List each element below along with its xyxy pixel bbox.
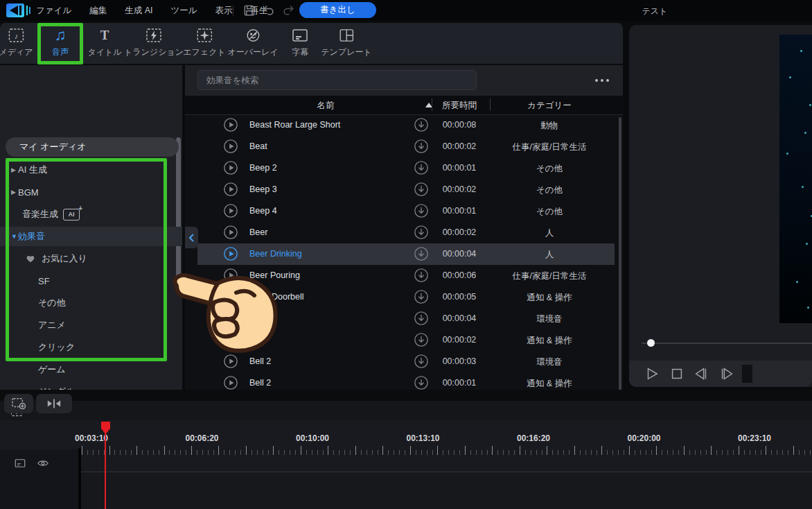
sidebar-item-4[interactable]: ▼効果音 (0, 227, 182, 246)
play-circle-icon[interactable] (223, 246, 238, 261)
template-icon (339, 27, 354, 44)
sidebar-item-7[interactable]: その他 (0, 293, 182, 313)
search-input[interactable] (197, 70, 477, 90)
download-circle-icon[interactable] (414, 311, 429, 326)
column-name[interactable]: 名前 (317, 100, 335, 112)
list-scrollbar[interactable] (619, 117, 621, 390)
tab-template[interactable]: テンプレート (321, 27, 371, 58)
audio-row-bell-doorbell[interactable]: Bell - Doorbell00:00:05通知 & 操作 (197, 286, 615, 308)
download-circle-icon[interactable] (414, 160, 429, 175)
sidebar-item-0[interactable]: マイ オーディオ (6, 137, 179, 157)
download-circle-icon[interactable] (414, 289, 429, 304)
play-circle-icon[interactable] (223, 354, 238, 369)
undo-button[interactable] (262, 3, 276, 17)
tab-audio[interactable]: ♫音声 (52, 27, 69, 58)
seek-slider[interactable] (642, 343, 812, 344)
play-circle-icon[interactable] (223, 117, 238, 132)
sidebar-item-2[interactable]: ▶BGM (0, 182, 182, 202)
sidebar-item-sf[interactable]: SF (0, 271, 182, 291)
tab-title[interactable]: Tタイトル (87, 27, 121, 58)
tab-transition[interactable]: トランジション (124, 27, 184, 58)
playhead-line[interactable] (105, 422, 106, 509)
play-circle-icon[interactable] (223, 182, 238, 197)
save-button[interactable] (242, 3, 256, 17)
seek-knob[interactable] (647, 339, 655, 347)
export-button[interactable]: 書き出し (299, 2, 376, 18)
menu-item-4[interactable]: ツール (170, 5, 197, 17)
audio-category: その他 (536, 184, 563, 196)
audio-duration: 00:00:01 (443, 378, 477, 388)
audio-row-beast-roar-large-short[interactable]: Beast Roar Large Short00:00:08動物 (197, 114, 615, 136)
timeline-ruler[interactable]: 00:03:1000:06:2000:10:0000:13:1000:16:20… (0, 420, 812, 472)
audio-row-beep-3[interactable]: Beep 300:00:02その他 (197, 179, 615, 200)
menu-item-3[interactable]: 生成 AI (125, 5, 152, 17)
download-circle-icon[interactable] (414, 203, 429, 218)
menu-item-2[interactable]: 編集 (89, 5, 107, 17)
redo-button[interactable] (281, 3, 295, 17)
play-circle-icon[interactable] (223, 289, 238, 304)
audio-row-beer[interactable]: Beer00:00:02人 (197, 222, 615, 243)
tab-subtitle[interactable]: 字幕 (292, 27, 308, 58)
split-button[interactable] (36, 394, 72, 413)
powerdirector-app: ファイル編集生成 AIツール表示再生 書き出し テスト ♪メディア♫音声Tタイト… (0, 0, 812, 509)
add-to-timeline-button[interactable] (4, 394, 33, 413)
timestamp-label: 00:03:10 (75, 433, 108, 443)
audio-row-hidden-9[interactable]: 00:00:04環境音 (197, 308, 615, 329)
sidebar-item-10[interactable]: ゲーム (0, 360, 182, 379)
sidebar-item-9[interactable]: クリック (0, 338, 182, 357)
star-particle (789, 76, 791, 78)
eye-icon[interactable] (37, 457, 49, 469)
audio-name: Beast Roar Large Short (249, 120, 340, 130)
step-back-button[interactable] (694, 366, 709, 381)
audio-row-beep-4[interactable]: Beep 400:00:01その他 (197, 200, 615, 222)
overlay-icon (245, 27, 261, 44)
sidebar-item-1[interactable]: ▶AI 生成 (0, 160, 182, 180)
subtitle-track-icon[interactable] (14, 457, 26, 469)
download-circle-icon[interactable] (414, 354, 429, 369)
more-options-button[interactable] (592, 74, 612, 87)
column-category[interactable]: カテゴリー (527, 100, 572, 112)
star-particle (809, 104, 811, 106)
audio-row-bell-2[interactable]: Bell 200:00:03環境音 (197, 351, 615, 372)
play-circle-icon[interactable] (223, 160, 238, 175)
column-duration[interactable]: 所要時間 (442, 100, 477, 112)
collapse-sidebar-button[interactable] (185, 227, 198, 248)
sidebar-item-3[interactable]: 音楽生成AI (0, 205, 182, 224)
sidebar-item-8[interactable]: アニメ (0, 316, 182, 335)
menu-item-5[interactable]: 表示 (215, 5, 233, 17)
download-circle-icon[interactable] (414, 332, 429, 347)
audio-row-hidden-10[interactable]: 00:00:02通知 & 操作 (197, 329, 615, 351)
download-circle-icon[interactable] (414, 117, 429, 132)
track-area[interactable] (0, 472, 812, 509)
play-circle-icon[interactable] (223, 332, 238, 347)
download-circle-icon[interactable] (414, 268, 429, 283)
download-circle-icon[interactable] (414, 139, 429, 154)
playback-controls (629, 361, 812, 387)
tab-overlay[interactable]: オーバーレイ (227, 27, 278, 58)
audio-row-bell-2[interactable]: Bell 200:00:01通知 & 操作 (197, 372, 615, 390)
sidebar-item-5[interactable]: お気に入り (0, 249, 182, 268)
audio-duration: 00:00:02 (443, 184, 477, 194)
stop-button[interactable] (669, 366, 685, 381)
audio-row-beep-2[interactable]: Beep 200:00:01その他 (197, 157, 615, 179)
play-circle-icon[interactable] (223, 139, 238, 154)
tab-media[interactable]: ♪メディア (0, 27, 33, 58)
play-circle-icon[interactable] (223, 268, 238, 283)
play-circle-icon[interactable] (223, 225, 238, 240)
download-circle-icon[interactable] (414, 182, 429, 197)
audio-row-beer-drinking[interactable]: Beer Drinking00:00:04人 (197, 243, 615, 265)
play-circle-icon[interactable] (223, 375, 238, 390)
play-button[interactable] (644, 366, 660, 381)
menu-item-1[interactable]: ファイル (36, 5, 71, 17)
step-forward-button[interactable] (719, 366, 734, 381)
audio-row-beer-pouring[interactable]: Beer Pouring00:00:06仕事/家庭/日常生活 (197, 265, 615, 286)
play-circle-icon[interactable] (223, 311, 238, 326)
play-circle-icon[interactable] (223, 203, 238, 218)
audio-row-beat[interactable]: Beat00:00:02仕事/家庭/日常生活 (197, 136, 615, 157)
download-circle-icon[interactable] (414, 375, 429, 390)
timestamp-label: 00:10:00 (296, 433, 329, 443)
download-circle-icon[interactable] (414, 225, 429, 240)
download-circle-icon[interactable] (414, 246, 429, 261)
tab-effect[interactable]: エフェクト (183, 27, 225, 58)
preview-panel (629, 25, 812, 387)
